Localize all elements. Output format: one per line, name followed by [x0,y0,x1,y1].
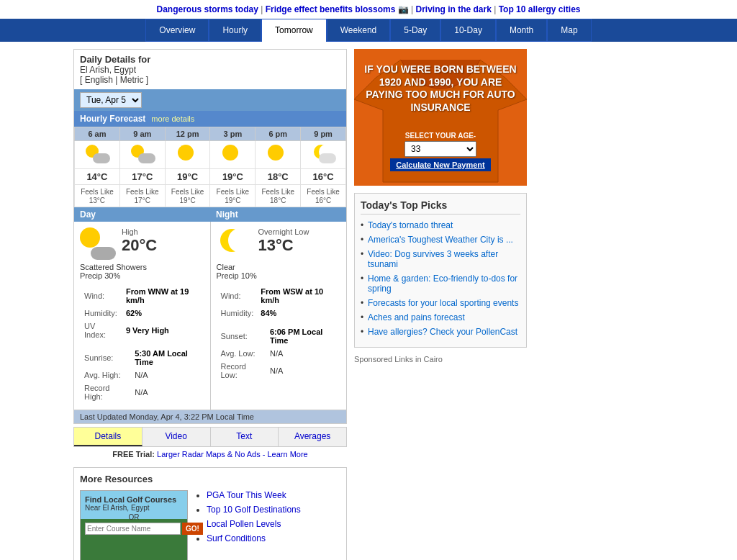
pga-link[interactable]: PGA Tour This Week [207,490,286,500]
day-sun-table: Sunrise: 5:30 AM Local Time Avg. High: N… [80,346,204,404]
icon-6pm [256,141,301,169]
icon-9am [119,141,165,169]
avg-high-value: N/A [132,369,202,381]
feels-12pm: Feels Like 19°C [165,185,210,207]
news-link-1[interactable]: Dangerous storms today [157,4,258,14]
date-selector-bar: Tue, Apr 5 [74,89,346,111]
pollen-cast-link[interactable]: Have allergies? Check your PollenCast [368,327,517,337]
english-link[interactable]: English [85,75,113,85]
ad-overlay: IF YOU WERE BORN BETWEEN 1920 AND 1990, … [354,56,527,121]
age-select[interactable]: 33 [404,141,476,157]
daily-details-header: Daily Details for El Arish, Egypt [ Engl… [74,50,346,89]
golf-course-input[interactable] [85,523,181,535]
day-temp-info: High 20°C [122,227,157,255]
sporting-link[interactable]: Forecasts for your local sporting events [368,298,518,308]
daily-details-title: Daily Details for [80,54,150,65]
day-details-table: Wind: From WNW at 19 km/h Humidity: 62% … [80,284,204,342]
tab-averages[interactable]: Averages [279,428,346,446]
tab-map[interactable]: Map [547,19,591,42]
time-3pm: 3 pm [210,127,256,141]
day-precip: Precip 30% [80,271,204,280]
hourly-bar: Hourly Forecast more details [74,111,346,127]
icon-6am [75,141,120,169]
news-link-2[interactable]: Fridge effect benefits blossoms [266,4,396,14]
hourly-table: 6 am 9 am 12 pm 3 pm 6 pm 9 pm [74,127,346,207]
avg-low-label: Avg. Low: [218,348,266,359]
tab-video[interactable]: Video [143,428,211,446]
tornado-link[interactable]: Today's tornado threat [368,220,453,230]
time-6pm: 6 pm [256,127,301,141]
resource-golf-destinations: Top 10 Golf Destinations [207,505,301,515]
day-condition: Scattered Showers [80,263,204,271]
right-panel: IF YOU WERE BORN BETWEEN 1920 AND 1990, … [354,49,664,560]
feels-6pm: Feels Like 18°C [256,185,301,207]
top-picks-title: Today's Top Picks [361,199,520,214]
ad-shirt-container: IF YOU WERE BORN BETWEEN 1920 AND 1990, … [354,49,527,186]
golf-image-box: Find Local Golf Courses Near El Arish, E… [80,490,188,560]
icon-12pm [165,141,210,169]
free-trial-link[interactable]: Larger Radar Maps & No Ads - Learn More [157,450,308,459]
day-night-header: Day Night [74,207,346,222]
sunrise-value: 5:30 AM Local Time [132,348,202,368]
calculate-button[interactable]: Calculate New Payment [390,158,491,171]
feels-3pm: Feels Like 19°C [210,185,256,207]
night-wind-value: From WSW at 10 km/h [258,286,339,306]
date-select[interactable]: Tue, Apr 5 [80,92,142,108]
night-sun-table: Sunset: 6:06 PM Local Time Avg. Low: N/A… [217,325,341,382]
list-item-dog: Video: Dog survives 3 weeks after tsunam… [361,249,520,269]
night-details-table: Wind: From WSW at 10 km/h Humidity: 84% [217,284,341,320]
icon-3pm [210,141,256,169]
dog-tsunami-link[interactable]: Video: Dog survives 3 weeks after tsunam… [368,249,498,269]
news-link-3[interactable]: Driving in the dark [416,4,492,14]
surf-link[interactable]: Surf Conditions [207,533,266,543]
feels-9pm: Feels Like 16°C [301,185,346,207]
tab-tomorrow[interactable]: Tomorrow [261,19,327,42]
time-12pm: 12 pm [165,127,210,141]
news-link-4[interactable]: Top 10 allergy cities [499,4,581,14]
night-temp-info: Overnight Low 13°C [258,227,309,255]
golf-destinations-link[interactable]: Top 10 Golf Destinations [207,505,301,515]
night-section: Overnight Low 13°C Clear Precip 10% Wind… [211,222,347,410]
time-6am: 6 am [75,127,120,141]
tab-hourly[interactable]: Hourly [209,19,261,42]
aches-link[interactable]: Aches and pains forecast [368,312,465,322]
resources-content: Find Local Golf Courses Near El Arish, E… [80,490,340,560]
temp-9pm: 16°C [301,169,346,185]
tab-10day[interactable]: 10-Day [440,19,496,42]
feels-6am: Feels Like 13°C [75,185,120,207]
toughest-city-link[interactable]: America's Toughest Weather City is ... [368,235,513,245]
metric-link[interactable]: Metric [120,75,144,85]
bottom-tabs: Details Video Text Averages [73,427,347,447]
resource-surf: Surf Conditions [207,533,301,543]
night-humidity-label: Humidity: [218,307,257,319]
wind-value: From WNW at 19 km/h [123,286,203,306]
last-updated: Last Updated Monday, Apr 4, 3:22 PM Loca… [74,410,346,423]
tab-weekend[interactable]: Weekend [327,19,390,42]
day-weather-icon [80,227,116,260]
ad-controls: SELECT YOUR AGE- 33 Calculate New Paymen… [354,132,527,171]
news-bar: Dangerous storms today | Fridge effect b… [0,0,737,19]
tab-overview[interactable]: Overview [145,19,209,42]
pollen-link[interactable]: Local Pollen Levels [207,519,281,529]
time-9am: 9 am [119,127,165,141]
day-label: Day [74,207,210,222]
golf-input-row: GO! [85,523,183,535]
tab-5day[interactable]: 5-Day [390,19,440,42]
tab-details[interactable]: Details [74,428,143,446]
more-resources: More Resources Find Local Golf Courses N… [73,467,347,560]
tab-month[interactable]: Month [496,19,547,42]
tab-text[interactable]: Text [211,428,279,446]
humidity-value: 62% [123,307,203,319]
sunrise-label: Sunrise: [81,348,130,368]
record-low-value: N/A [267,361,339,381]
night-humidity-value: 84% [258,307,339,319]
sunset-label: Sunset: [218,326,266,346]
garden-link[interactable]: Home & garden: Eco-friendly to-dos for s… [368,274,517,294]
golf-go-button[interactable]: GO! [182,523,203,535]
list-item-aches: Aches and pains forecast [361,312,520,322]
night-condition: Clear [217,263,341,271]
golf-near: Near El Arish, Egypt [85,504,183,512]
more-details-link[interactable]: more details [151,114,194,123]
list-item-sporting: Forecasts for your local sporting events [361,298,520,308]
main-container: Daily Details for El Arish, Egypt [ Engl… [66,49,671,560]
